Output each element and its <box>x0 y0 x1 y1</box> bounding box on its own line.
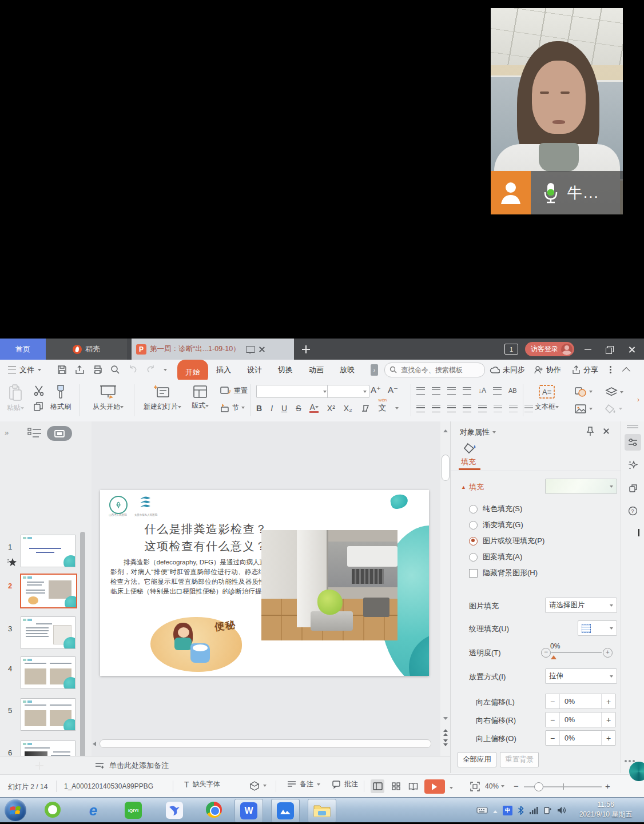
stepper-plus[interactable]: + <box>602 694 615 708</box>
previous-slide-button[interactable] <box>440 727 450 736</box>
align-center-icon[interactable] <box>432 405 440 412</box>
arrange-button[interactable] <box>605 387 623 398</box>
clear-format-icon[interactable] <box>361 404 370 412</box>
offset-up-value[interactable]: 0% <box>559 731 602 745</box>
save-icon[interactable] <box>57 365 67 375</box>
redo-icon[interactable] <box>146 365 156 375</box>
fill-option-pattern[interactable]: 图案填充(A) <box>469 552 522 562</box>
placement-dropdown[interactable]: 拉伸 <box>545 668 617 684</box>
textbox-button[interactable]: A≡ 文本框 <box>530 383 564 412</box>
line-spacing-icon[interactable]: ↓A <box>478 387 486 395</box>
fill-section-header[interactable]: ▲ 填充 <box>461 482 484 492</box>
missing-fonts-button[interactable]: T 缺失字体 <box>184 779 220 789</box>
properties-title-dropdown[interactable]: 对象属性 <box>460 427 496 437</box>
stepper-plus[interactable]: + <box>602 731 615 745</box>
transparency-slider[interactable]: − 0% + <box>541 644 611 662</box>
font-color-button[interactable]: A <box>309 403 318 413</box>
subscript-button[interactable]: X₂ <box>344 404 352 413</box>
slide-thumbnail-5[interactable] <box>21 698 75 731</box>
paste-button[interactable]: 粘贴 <box>7 384 24 413</box>
from-beginning-button[interactable]: 从头开始 <box>86 384 130 412</box>
print-icon[interactable] <box>93 365 102 375</box>
offset-left-stepper[interactable]: − 0% + <box>545 694 616 709</box>
align-justify-icon[interactable] <box>463 405 471 412</box>
fit-slide-icon[interactable] <box>470 782 480 791</box>
align-distribute-icon[interactable] <box>478 405 487 412</box>
fill-option-picture[interactable]: 图片或纹理填充(P) <box>469 536 544 546</box>
effects-rail-button[interactable] <box>625 457 641 473</box>
wps-taskbar-app[interactable]: W <box>234 799 263 823</box>
show-hidden-icons-button[interactable] <box>493 808 498 813</box>
bluetooth-tray-icon[interactable] <box>518 806 524 815</box>
more-options-button[interactable] <box>610 360 611 380</box>
fill-preview-dropdown[interactable] <box>545 479 617 494</box>
command-search[interactable] <box>384 363 485 377</box>
normal-view-button[interactable] <box>371 779 384 793</box>
align-text-icon[interactable] <box>493 387 502 395</box>
slider-plus-button[interactable]: + <box>603 648 613 658</box>
file-menu[interactable]: 文件 <box>8 360 41 380</box>
tab-transition[interactable]: 切换 <box>278 360 293 380</box>
offset-left-value[interactable]: 0% <box>559 694 602 708</box>
slide-thumbnail-1[interactable] <box>21 535 75 567</box>
scrollbar-thumb[interactable] <box>442 455 450 481</box>
notes-toggle-button[interactable]: 备注 <box>287 779 320 789</box>
properties-rail-button[interactable] <box>625 434 641 451</box>
apply-all-button[interactable]: 全部应用 <box>458 752 496 767</box>
new-slide-button[interactable]: 新建幻灯片 <box>141 384 184 412</box>
share-button[interactable]: 分享 <box>572 360 598 380</box>
stepper-minus[interactable]: − <box>546 694 559 708</box>
slide-thumbnail-3[interactable] <box>21 616 75 649</box>
scroll-up-arrow[interactable] <box>443 427 448 432</box>
offset-right-value[interactable]: 0% <box>559 712 602 727</box>
text-direction-icon[interactable]: AB <box>508 387 517 394</box>
offset-right-stepper[interactable]: − 0% + <box>545 712 616 727</box>
shape-fill-button[interactable] <box>605 404 622 414</box>
fill-option-solid[interactable]: 纯色填充(S) <box>469 504 522 514</box>
more-tabs-button[interactable]: › <box>371 364 378 376</box>
fill-tab-icon[interactable] <box>463 442 477 455</box>
signal-tray-icon[interactable] <box>529 807 538 814</box>
rail-more-dots[interactable] <box>625 760 635 762</box>
numbering-icon[interactable] <box>432 387 440 395</box>
slide-view-toggle[interactable] <box>47 426 72 441</box>
outline-view-icon[interactable] <box>27 427 42 439</box>
tab-design[interactable]: 设计 <box>247 360 262 380</box>
hscroll-left-arrow[interactable] <box>93 742 98 746</box>
slide-thumbnail-2-selected[interactable] <box>20 574 77 608</box>
reset-background-button[interactable]: 重置背景 <box>500 752 539 767</box>
rail-drag-handle[interactable] <box>627 425 638 426</box>
slide-thumbnail-4[interactable] <box>21 656 75 689</box>
horizontal-scrollbar[interactable] <box>100 739 431 748</box>
shapes-button[interactable] <box>574 387 593 397</box>
superscript-button[interactable]: X² <box>327 404 335 413</box>
explorer-taskbar-app[interactable] <box>308 799 336 823</box>
collapse-ribbon-button[interactable] <box>623 360 629 380</box>
comments-button[interactable]: 批注 <box>332 779 358 789</box>
minimize-button[interactable] <box>581 344 596 355</box>
microphone-icon[interactable] <box>543 182 558 204</box>
ime-tray-icon[interactable]: 中 <box>503 806 512 815</box>
notes-placeholder[interactable]: 单击此处添加备注 <box>109 761 169 771</box>
next-slide-button[interactable] <box>440 739 450 749</box>
search-input[interactable] <box>400 365 471 375</box>
italic-button[interactable]: I <box>271 404 273 413</box>
play-options-dropdown[interactable] <box>450 787 453 791</box>
font-name-combo[interactable] <box>256 385 329 398</box>
help-rail-button[interactable]: ? <box>625 503 641 519</box>
print-preview-icon[interactable] <box>110 365 120 375</box>
cut-icon[interactable] <box>33 385 45 396</box>
presenting-monitor-icon[interactable] <box>246 346 255 353</box>
hide-background-checkbox[interactable]: 隐藏背景图形(H) <box>469 568 538 578</box>
zoom-slider-thumb[interactable] <box>534 782 543 791</box>
speaker-tray-icon[interactable] <box>557 806 566 814</box>
xunlei-icon[interactable] <box>166 802 183 819</box>
tab-home[interactable]: 首页 <box>0 339 46 360</box>
pin-icon[interactable] <box>586 426 595 436</box>
slider-minus-button[interactable]: − <box>541 648 551 658</box>
sync-status[interactable]: 未同步 <box>490 360 525 380</box>
texture-fill-dropdown[interactable] <box>578 620 617 636</box>
align-right-icon[interactable] <box>447 405 456 412</box>
close-window-button[interactable] <box>625 344 639 355</box>
bold-button[interactable]: B <box>256 404 262 413</box>
